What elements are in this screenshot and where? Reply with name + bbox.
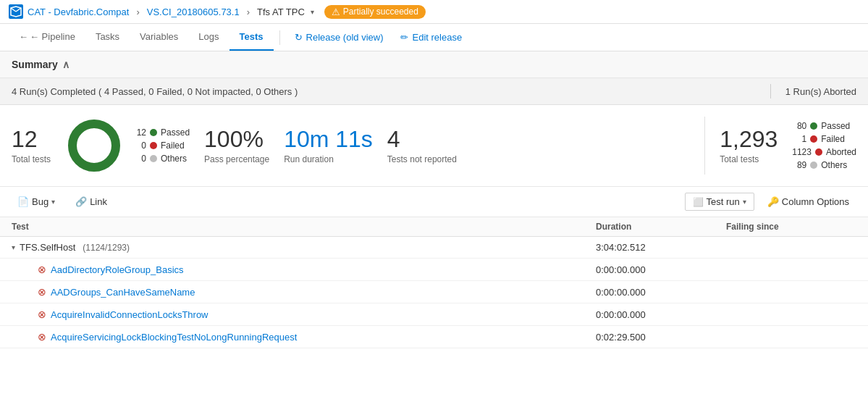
pass-pct-value: 100% (204, 127, 264, 152)
aborted-aborted-count: 1123 (792, 147, 812, 157)
warning-icon: ⚠ (332, 7, 340, 17)
col-failing-since: Failing since (726, 222, 856, 232)
nav-release-old-view[interactable]: ↻ Release (old view) (286, 26, 392, 49)
aborted-test-icon: ⊗ (38, 286, 46, 298)
release-old-view-label: Release (old view) (306, 32, 384, 43)
tfs-dropdown-icon[interactable]: ▾ (311, 8, 314, 16)
aborted-total-value: 1,293 (720, 127, 778, 152)
aborted-legend-passed: 80 Passed (792, 121, 856, 131)
collapse-icon[interactable]: ∧ (62, 59, 69, 70)
pass-pct-block: 100% Pass percentage (204, 127, 269, 164)
test-duration: 0:00:00.000 (596, 264, 726, 275)
metrics-divider (704, 117, 705, 175)
variables-label: Variables (140, 31, 178, 42)
aborted-total-label: Total tests (720, 154, 759, 164)
test-name[interactable]: AadDirectoryRoleGroup_Basics (51, 264, 184, 275)
test-name-cell: ⊗ AADGroups_CanHaveSameName (12, 286, 596, 298)
toolbar-right: ⬜ Test run ▾ 🔑 Column Options (685, 193, 856, 211)
aborted-failed-dot (810, 135, 817, 143)
others-count: 0 (132, 154, 146, 164)
test-name[interactable]: AcquireServicingLockBlockingTestNoLongRu… (51, 332, 297, 343)
col-duration: Duration (596, 222, 726, 232)
aborted-failed-count: 1 (792, 134, 806, 144)
refresh-icon: ↻ (295, 32, 303, 43)
table-row: ▾ TFS.SelfHost (1124/1293) 3:04:02.512 (0, 237, 868, 259)
breadcrumb-item-3[interactable]: Tfs AT TPC (257, 7, 305, 17)
link-button[interactable]: 🔗 Link (69, 193, 113, 210)
completed-section: 12 Total tests 12 Passed 0 F (12, 117, 690, 175)
group-name: TFS.SelfHost (20, 242, 75, 253)
nav-pipeline[interactable]: ← ← Pipeline (9, 24, 85, 51)
table-header: Test Duration Failing since (0, 217, 868, 237)
nav-bar: ← ← Pipeline Tasks Variables Logs Tests … (0, 24, 868, 51)
bug-button[interactable]: 📄 Bug ▾ (12, 193, 61, 210)
nav-tasks[interactable]: Tasks (85, 24, 130, 51)
nav-logs[interactable]: Logs (188, 24, 229, 51)
run-duration-label: Run duration (284, 154, 334, 164)
nav-variables[interactable]: Variables (130, 24, 188, 51)
aborted-legend-failed: 1 Failed (792, 134, 856, 144)
aborted-passed-dot (810, 122, 817, 130)
passed-dot (150, 129, 157, 136)
pipeline-label: ← Pipeline (30, 31, 75, 42)
table-row: ⊗ AadDirectoryRoleGroup_Basics 0:00:00.0… (0, 259, 868, 281)
pencil-icon: ✏ (400, 32, 408, 43)
group-count: (1124/1293) (83, 243, 130, 253)
breadcrumb-item-1[interactable]: CAT - Devfabric.Compat (28, 7, 129, 17)
aborted-test-icon: ⊗ (38, 331, 46, 343)
test-name-cell: ⊗ AadDirectoryRoleGroup_Basics (12, 264, 596, 275)
logs-label: Logs (198, 31, 219, 42)
link-icon: 🔗 (75, 196, 87, 207)
aborted-test-icon: ⊗ (38, 309, 46, 320)
donut-chart (65, 117, 123, 175)
aborted-legend-others: 89 Others (792, 160, 856, 170)
aborted-stats: 1 Run(s) Aborted (785, 86, 856, 97)
table-row: ⊗ AADGroups_CanHaveSameName 0:00:00.000 (0, 281, 868, 303)
aborted-others-count: 89 (792, 160, 806, 170)
legend-passed: 12 Passed (132, 127, 190, 138)
toolbar: 📄 Bug ▾ 🔗 Link ⬜ Test run ▾ 🔑 Column Opt… (0, 187, 868, 217)
table-row: ⊗ AcquireInvalidConnectionLocksThrow 0:0… (0, 303, 868, 326)
aborted-failed-label: Failed (821, 134, 845, 144)
run-duration-block: 10m 11s Run duration (284, 127, 373, 164)
aborted-others-dot (810, 162, 817, 169)
run-duration-value: 10m 11s (284, 127, 373, 152)
test-name-cell: ⊗ AcquireInvalidConnectionLocksThrow (12, 309, 596, 320)
not-reported-block: 4 Tests not reported (387, 127, 457, 164)
test-duration: 0:00:00.000 (596, 287, 726, 298)
bug-dropdown-icon: ▾ (51, 198, 55, 206)
test-name[interactable]: AADGroups_CanHaveSameName (51, 287, 195, 298)
table-body: ▾ TFS.SelfHost (1124/1293) 3:04:02.512 ⊗… (0, 237, 868, 348)
tasks-label: Tasks (96, 31, 119, 42)
breadcrumb-item-2[interactable]: VS.CI_20180605.73.1 (147, 7, 240, 17)
nav-separator (279, 30, 280, 45)
donut-svg (65, 117, 123, 175)
test-run-button[interactable]: ⬜ Test run ▾ (685, 193, 754, 211)
aborted-aborted-dot (815, 148, 822, 156)
nav-tests[interactable]: Tests (229, 24, 274, 51)
passed-label: Passed (161, 127, 190, 138)
table-row: ⊗ AcquireServicingLockBlockingTestNoLong… (0, 326, 868, 348)
column-options-label: Column Options (782, 196, 849, 207)
aborted-label: Aborted (826, 147, 856, 157)
breadcrumb-sep-1: › (136, 7, 139, 17)
legend-others: 0 Others (132, 154, 190, 164)
status-badge: ⚠ Partially succeeded (324, 5, 426, 19)
back-arrow-icon: ← (19, 31, 28, 42)
not-reported-label: Tests not reported (387, 154, 457, 164)
test-name-cell: ⊗ AcquireServicingLockBlockingTestNoLong… (12, 331, 596, 343)
group-duration: 3:04:02.512 (596, 242, 726, 253)
failed-label: Failed (161, 141, 185, 151)
nav-edit-release[interactable]: ✏ Edit release (392, 26, 471, 49)
others-label: Others (161, 154, 187, 164)
aborted-test-icon: ⊗ (38, 264, 46, 275)
col-test: Test (12, 222, 596, 232)
pass-pct-label: Pass percentage (204, 154, 269, 164)
column-options-button[interactable]: 🔑 Column Options (760, 193, 856, 210)
summary-title: Summary (12, 59, 58, 70)
expand-icon[interactable]: ▾ (12, 243, 15, 251)
breadcrumb-bar: CAT - Devfabric.Compat › VS.CI_20180605.… (0, 0, 868, 24)
test-name[interactable]: AcquireInvalidConnectionLocksThrow (51, 309, 208, 320)
stats-divider (770, 84, 771, 98)
tests-label: Tests (240, 31, 264, 42)
